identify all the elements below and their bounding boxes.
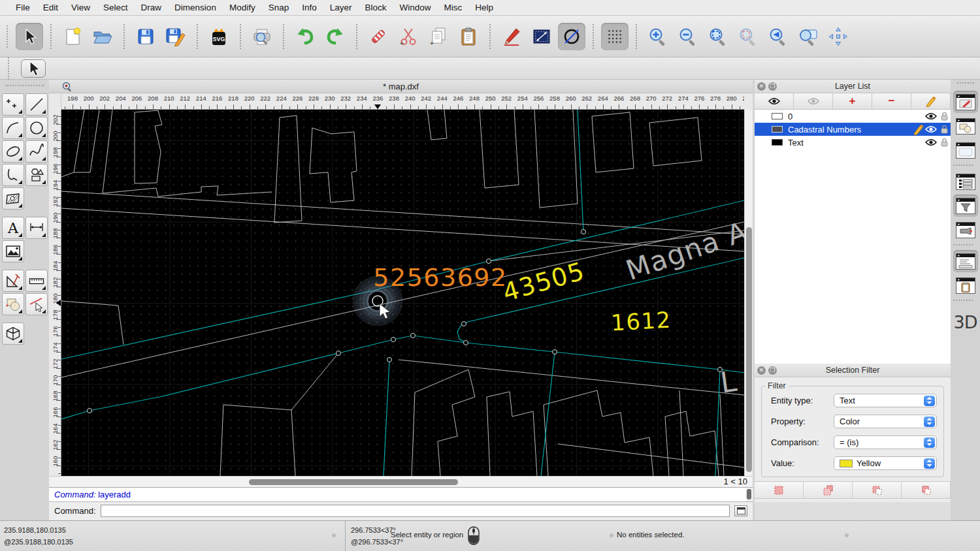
filter-add-to-selection-button[interactable] xyxy=(804,482,853,498)
menu-select[interactable]: Select xyxy=(97,0,135,16)
tool-circle-button[interactable] xyxy=(25,117,48,139)
selection-pointer-button[interactable] xyxy=(21,59,46,78)
vertical-scrollbar[interactable] xyxy=(744,110,753,476)
tool-measure-button[interactable] xyxy=(25,270,48,292)
tool-shape-button[interactable] xyxy=(25,164,48,186)
redo-button[interactable] xyxy=(321,23,349,50)
menu-modify[interactable]: Modify xyxy=(223,0,262,16)
tool-arc-button[interactable] xyxy=(2,117,24,139)
grid-toggle-button[interactable] xyxy=(601,23,629,50)
tool-dimension-button[interactable] xyxy=(25,217,48,239)
palette-drag-handle[interactable] xyxy=(5,85,44,87)
menu-view[interactable]: View xyxy=(65,0,97,16)
tool-text-button[interactable]: A xyxy=(2,217,24,239)
menu-window[interactable]: Window xyxy=(393,0,438,16)
add-layer-button[interactable]: + xyxy=(833,93,872,109)
layer-row-text[interactable]: Text xyxy=(755,136,951,149)
cut-button[interactable]: + xyxy=(395,23,422,50)
filter-value-dropdown[interactable]: Yellow xyxy=(834,456,937,470)
menu-layer[interactable]: Layer xyxy=(323,0,359,16)
tool-image-button[interactable] xyxy=(2,240,24,262)
filter-entity-type-dropdown[interactable]: Text xyxy=(834,394,937,407)
tool-spline-button[interactable] xyxy=(25,140,48,163)
layer-visibility-icon[interactable] xyxy=(924,125,938,133)
dock-layer-list-toggle[interactable] xyxy=(953,170,978,193)
dock-property-editor-toggle[interactable] xyxy=(953,91,978,113)
layer-lock-icon[interactable] xyxy=(938,138,951,147)
open-file-button[interactable] xyxy=(89,23,116,50)
dock-view-panel-toggle[interactable] xyxy=(953,219,978,241)
print-preview-button[interactable] xyxy=(248,23,276,50)
drawing-window-titlebar[interactable]: * map.dxf xyxy=(49,80,753,93)
filter-select-button[interactable] xyxy=(755,482,804,498)
layer-edit-icon[interactable] xyxy=(911,124,924,135)
restrict-off-button[interactable] xyxy=(558,23,585,50)
zoom-window-button[interactable] xyxy=(794,23,822,50)
menu-edit[interactable]: Edit xyxy=(37,0,65,16)
dock-drag-handle[interactable] xyxy=(957,82,974,85)
undo-button[interactable] xyxy=(291,23,319,50)
drawing-canvas[interactable]: 52563692435051612Magna AL xyxy=(61,110,744,476)
tool-solid-button[interactable] xyxy=(2,323,24,345)
new-file-button[interactable] xyxy=(59,23,86,50)
show-all-layers-button[interactable] xyxy=(755,93,794,109)
layer-panel-close-button[interactable]: ✕ xyxy=(757,82,766,91)
menu-dimension[interactable]: Dimension xyxy=(168,0,223,16)
zoom-previous-button[interactable] xyxy=(764,23,792,50)
menu-help[interactable]: Help xyxy=(468,0,500,16)
tool-draft-button[interactable] xyxy=(2,270,24,292)
layer-color-swatch[interactable] xyxy=(772,139,783,146)
layer-row-0[interactable]: 0 xyxy=(755,110,951,123)
filter-comparison-dropdown[interactable]: = (is) xyxy=(834,435,937,449)
tool-trim-button[interactable] xyxy=(25,293,48,315)
save-as-button[interactable] xyxy=(162,23,189,50)
layer-color-swatch[interactable] xyxy=(772,126,783,133)
menu-file[interactable]: File xyxy=(9,0,37,16)
svg-export-button[interactable]: SVG xyxy=(205,23,233,50)
hide-all-layers-button[interactable] xyxy=(794,93,833,109)
history-scrollbar[interactable] xyxy=(746,488,752,501)
zoom-selection-button[interactable] xyxy=(734,23,762,50)
zoom-in-button[interactable] xyxy=(644,23,672,50)
dock-command-history-toggle[interactable] xyxy=(953,250,978,272)
filter-panel-close-button[interactable]: ✕ xyxy=(757,366,766,375)
layer-lock-icon[interactable] xyxy=(938,125,951,134)
toolbar-drag-handle[interactable] xyxy=(8,57,12,80)
draw-edit-button[interactable] xyxy=(498,23,525,50)
tool-ellipse-button[interactable] xyxy=(2,140,24,163)
filter-panel-detach-button[interactable]: ❐ xyxy=(768,366,777,375)
tool-line-button[interactable] xyxy=(25,93,48,116)
layer-lock-icon[interactable] xyxy=(938,112,951,121)
command-input[interactable] xyxy=(101,505,730,517)
scale-reference-button[interactable] xyxy=(528,23,555,50)
menu-snap[interactable]: Snap xyxy=(262,0,296,16)
tool-hatch-button[interactable] xyxy=(2,187,24,210)
remove-layer-button[interactable]: − xyxy=(872,93,911,109)
toolbar-drag-handle[interactable] xyxy=(7,25,10,48)
menu-block[interactable]: Block xyxy=(359,0,393,16)
filter-remove-from-selection-button[interactable] xyxy=(902,482,951,498)
vertical-scrollbar-thumb[interactable] xyxy=(746,227,752,472)
dock-selection-filter-toggle[interactable] xyxy=(953,195,978,217)
zoom-pan-button[interactable] xyxy=(825,23,852,50)
tool-block-button[interactable] xyxy=(2,293,24,315)
paste-button[interactable] xyxy=(455,23,482,50)
layer-panel-detach-button[interactable]: ❐ xyxy=(768,82,777,91)
filter-property-dropdown[interactable]: Color xyxy=(834,415,937,428)
delete-entity-button[interactable] xyxy=(365,23,392,50)
layer-visibility-icon[interactable] xyxy=(924,138,938,146)
horizontal-scrollbar[interactable]: 1 < 10 xyxy=(49,476,753,487)
horizontal-scrollbar-thumb[interactable] xyxy=(249,479,458,485)
menu-info[interactable]: Info xyxy=(295,0,323,16)
tool-points-button[interactable] xyxy=(2,93,24,116)
edit-layer-button[interactable] xyxy=(911,93,951,109)
dock-library-browser-toggle[interactable] xyxy=(953,139,978,161)
dock-block-list-toggle[interactable] xyxy=(953,115,978,137)
command-options-button[interactable] xyxy=(734,505,747,516)
layer-color-swatch[interactable] xyxy=(772,113,783,119)
menu-misc[interactable]: Misc xyxy=(438,0,469,16)
zoom-out-button[interactable] xyxy=(674,23,702,50)
copy-button[interactable]: + xyxy=(425,23,452,50)
tool-polyline-button[interactable] xyxy=(2,164,24,186)
save-file-button[interactable] xyxy=(132,23,159,50)
